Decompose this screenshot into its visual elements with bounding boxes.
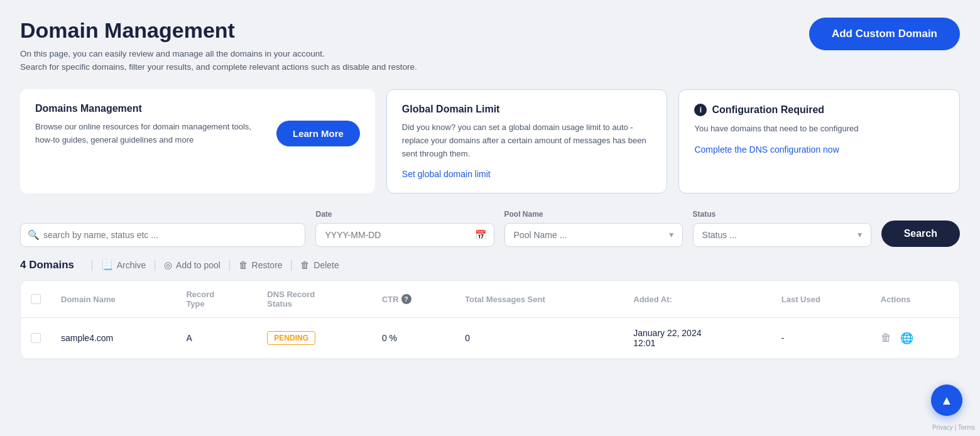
- page-title-block: Domain Management On this page, you can …: [20, 18, 417, 74]
- domains-table-wrapper: Domain Name RecordType DNS RecordStatus …: [20, 280, 960, 359]
- add-pool-icon: ◎: [164, 259, 172, 271]
- restore-icon: 🗑: [239, 259, 248, 270]
- th-dns-record-status: DNS RecordStatus: [257, 281, 372, 318]
- search-input-wrapper: 🔍: [20, 223, 305, 247]
- global-domain-limit-card: Global Domain Limit Did you know? you ca…: [386, 89, 668, 193]
- fab-up-icon: ▲: [940, 393, 953, 408]
- page-title: Domain Management: [20, 18, 417, 43]
- action-icons: 🗑 🌐: [881, 332, 949, 345]
- domains-count: 4 Domains: [20, 259, 74, 271]
- date-input-wrapper: 📅: [315, 223, 494, 247]
- card-global-domain-body: Did you know? you can set a global domai…: [402, 121, 652, 160]
- status-select-wrapper: Status ... Active Pending Disabled ▼: [693, 223, 871, 247]
- search-button[interactable]: Search: [881, 221, 960, 247]
- archive-button[interactable]: 📃 Archive: [101, 259, 146, 271]
- privacy-terms: Privacy | Terms: [932, 424, 975, 431]
- toolbar-separator-1: |: [90, 258, 94, 271]
- row-checkbox-cell: [21, 318, 51, 359]
- add-to-pool-button[interactable]: ◎ Add to pool: [164, 259, 220, 271]
- card-domains-management-body: Browse our online resources for domain m…: [35, 121, 264, 147]
- card-global-domain-title: Global Domain Limit: [402, 104, 652, 115]
- trash-icon: 🗑: [300, 259, 310, 270]
- domains-table: Domain Name RecordType DNS RecordStatus …: [21, 281, 959, 359]
- delete-button[interactable]: 🗑 Delete: [300, 259, 339, 270]
- row-total-messages: 0: [455, 318, 623, 359]
- date-filter-group: Date 📅: [315, 210, 494, 247]
- status-label: Status: [693, 210, 871, 219]
- th-actions: Actions: [871, 281, 959, 318]
- row-ctr: 0 %: [372, 318, 455, 359]
- toolbar-separator-4: |: [290, 258, 293, 271]
- date-label: Date: [315, 210, 494, 219]
- row-actions: 🗑 🌐: [871, 318, 959, 359]
- th-domain-name: Domain Name: [51, 281, 176, 318]
- toolbar-separator-3: |: [228, 258, 231, 271]
- th-added-at: Added At:: [623, 281, 771, 318]
- row-checkbox[interactable]: [31, 333, 41, 343]
- search-input[interactable]: [20, 223, 305, 247]
- pool-label: Pool Name: [504, 210, 683, 219]
- search-icon: 🔍: [28, 229, 40, 241]
- filters-row: 🔍 Date 📅 Pool Name Pool Name ... Pool 1 …: [20, 210, 960, 247]
- delete-row-icon[interactable]: 🗑: [881, 332, 891, 344]
- status-select[interactable]: Status ... Active Pending Disabled: [693, 223, 871, 247]
- card-domains-management-title: Domains Management: [35, 103, 360, 114]
- page-header: Domain Management On this page, you can …: [20, 18, 960, 74]
- info-icon: i: [694, 104, 707, 116]
- row-domain-name: sample4.com: [51, 318, 176, 359]
- restore-button[interactable]: 🗑 Restore: [239, 259, 283, 270]
- search-filter-group: 🔍: [20, 223, 305, 247]
- status-badge: PENDING: [267, 331, 315, 345]
- th-ctr: CTR ?: [372, 281, 455, 318]
- domains-management-card: Domains Management Browse our online res…: [20, 89, 375, 193]
- toolbar-row: 4 Domains | 📃 Archive | ◎ Add to pool | …: [20, 258, 960, 271]
- learn-more-button[interactable]: Learn More: [276, 121, 360, 146]
- pool-select[interactable]: Pool Name ... Pool 1 Pool 2: [504, 223, 683, 247]
- status-filter-group: Status Status ... Active Pending Disable…: [693, 210, 871, 247]
- globe-icon[interactable]: 🌐: [900, 332, 913, 345]
- fab-button[interactable]: ▲: [931, 384, 962, 416]
- th-record-type: RecordType: [176, 281, 257, 318]
- row-dns-status: PENDING: [257, 318, 372, 359]
- pool-filter-group: Pool Name Pool Name ... Pool 1 Pool 2 ▼: [504, 210, 683, 247]
- complete-dns-config-link[interactable]: Complete the DNS configuration now: [694, 144, 944, 155]
- add-custom-domain-button[interactable]: Add Custom Domain: [809, 18, 960, 50]
- info-cards-row: Domains Management Browse our online res…: [20, 89, 960, 193]
- set-global-domain-link[interactable]: Set global domain limit: [402, 169, 652, 179]
- calendar-icon: 📅: [475, 229, 487, 241]
- card-domains-management-inner: Browse our online resources for domain m…: [35, 121, 360, 147]
- table-header-row: Domain Name RecordType DNS RecordStatus …: [21, 281, 959, 318]
- page-subtitle: On this page, you can easily review and …: [20, 47, 417, 74]
- toolbar-separator-2: |: [153, 258, 156, 271]
- date-input[interactable]: [315, 223, 494, 247]
- archive-icon: 📃: [101, 259, 113, 271]
- row-record-type: A: [176, 318, 257, 359]
- row-added-at: January 22, 202412:01: [623, 318, 771, 359]
- table-row: sample4.com A PENDING 0 % 0 January 22, …: [21, 318, 959, 359]
- row-last-used: -: [771, 318, 871, 359]
- configuration-required-card: i Configuration Required You have domain…: [678, 89, 960, 193]
- th-checkbox: [21, 281, 51, 318]
- pool-select-wrapper: Pool Name ... Pool 1 Pool 2 ▼: [504, 223, 683, 247]
- card-config-body: You have domains that need to be configu…: [694, 123, 944, 136]
- ctr-help-icon[interactable]: ?: [401, 294, 411, 304]
- th-total-messages: Total Messages Sent: [455, 281, 623, 318]
- th-last-used: Last Used: [771, 281, 871, 318]
- card-config-title: i Configuration Required: [694, 104, 944, 116]
- select-all-checkbox[interactable]: [31, 294, 41, 304]
